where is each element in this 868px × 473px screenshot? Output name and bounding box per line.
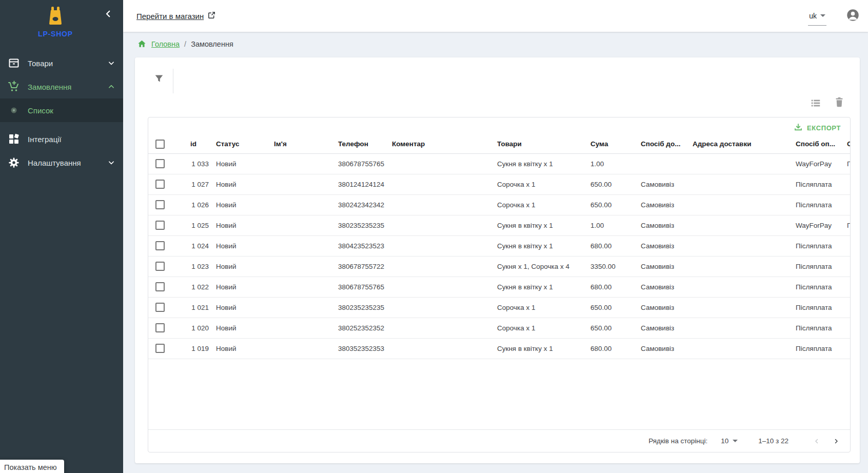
select-all-checkbox[interactable]: [155, 140, 165, 149]
cell-delivery: Самовивіз: [634, 256, 685, 277]
account-button[interactable]: [846, 8, 860, 24]
filter-button[interactable]: [153, 73, 165, 86]
row-checkbox[interactable]: [155, 262, 165, 271]
cell-status: Новий: [209, 235, 267, 256]
filter-funnel-icon: [153, 73, 165, 86]
home-icon: [137, 39, 147, 49]
chevron-down-icon: [108, 159, 115, 166]
sidebar-item-label: Список: [28, 106, 115, 115]
cell-name: [267, 174, 331, 194]
cell-sum: 3350.00: [583, 256, 634, 277]
cell-address: [685, 277, 788, 297]
box-icon: [7, 57, 21, 69]
cell-id: 1 027: [183, 174, 209, 194]
sidebar-item-settings[interactable]: Налаштування: [0, 151, 123, 174]
cell-comment: [385, 194, 490, 215]
table-row: 1 021Новий380235235235Сорочка x 1650.00С…: [148, 297, 851, 318]
row-checkbox[interactable]: [155, 303, 165, 312]
cell-comment: [385, 318, 490, 338]
cell-phone: 380678755765: [331, 153, 385, 174]
cell-delivery: Самовивіз: [634, 174, 685, 194]
cell-comment: [385, 215, 490, 235]
row-checkbox[interactable]: [155, 200, 165, 209]
gear-icon: [7, 157, 21, 168]
sidebar-item-products[interactable]: Товари: [0, 51, 123, 75]
sidebar-item-integrations[interactable]: Інтеграції: [0, 127, 123, 151]
row-checkbox[interactable]: [155, 241, 165, 250]
go-to-store-link[interactable]: Перейти в магазин: [136, 11, 216, 22]
table-header-row: idСтатусІм'яТелефонКоментарТовариСумаСпо…: [148, 138, 851, 153]
row-checkbox[interactable]: [155, 344, 165, 353]
table-row: 1 026Новий380242342342Сорочка x 1650.00С…: [148, 194, 851, 215]
cell-delivery: Самовивіз: [634, 297, 685, 318]
cell-comment: [385, 297, 490, 318]
cell-delivery: Самовивіз: [634, 235, 685, 256]
breadcrumb-home-link[interactable]: Головна: [151, 40, 180, 48]
cell-id: 1 024: [183, 235, 209, 256]
table-row: 1 023Новий380678755722Сукня x 1, Сорочка…: [148, 256, 851, 277]
row-checkbox[interactable]: [155, 221, 165, 230]
view-list-button[interactable]: [810, 97, 821, 111]
cell-payment: Післяплата: [788, 338, 840, 359]
cell-payment: WayForPay: [788, 153, 840, 174]
logo[interactable]: LP-SHOP: [0, 6, 111, 38]
cell-name: [267, 235, 331, 256]
rows-per-page-value: 10: [721, 437, 728, 445]
cell-status: Новий: [209, 318, 267, 338]
cell-delivery: Самовивіз: [634, 194, 685, 215]
row-select-cell: [148, 153, 183, 174]
cell-phone: 380252352352: [331, 318, 385, 338]
row-select-cell: [148, 318, 183, 338]
row-checkbox[interactable]: [155, 180, 165, 189]
language-select[interactable]: uk: [808, 12, 826, 26]
cell-payment: Післяплата: [788, 318, 840, 338]
previous-page-button[interactable]: [810, 435, 823, 448]
row-checkbox[interactable]: [155, 323, 165, 332]
cell-sum: 650.00: [583, 174, 634, 194]
table-empty-space: [148, 359, 850, 430]
column-header-id: id: [183, 138, 209, 153]
cell-products: Сорочка x 1: [490, 174, 583, 194]
cell-payment_status: [840, 174, 851, 194]
cell-phone: 380678755765: [331, 277, 385, 297]
cell-products: Сукня x 1, Сорочка x 4: [490, 256, 583, 277]
go-to-store-label: Перейти в магазин: [136, 12, 204, 21]
table-row: 1 022Новий380678755765Сукня в квітку x 1…: [148, 277, 851, 297]
cell-id: 1 025: [183, 215, 209, 235]
row-checkbox[interactable]: [155, 159, 165, 168]
next-page-button[interactable]: [830, 435, 843, 448]
column-header-payment_status: Ст: [840, 138, 851, 153]
menu-tooltip: Показать меню: [0, 460, 64, 473]
sidebar: LP-SHOP Товари Замовлення: [0, 0, 123, 473]
export-bar: ЕКСПОРТ: [148, 117, 850, 138]
row-checkbox[interactable]: [155, 282, 165, 291]
export-button[interactable]: ЕКСПОРТ: [790, 121, 845, 135]
rows-per-page-select[interactable]: 10: [721, 437, 738, 445]
rows-per-page-label: Рядків на сторінці:: [648, 437, 707, 445]
row-select-cell: [148, 256, 183, 277]
orders-table: idСтатусІм'яТелефонКоментарТовариСумаСпо…: [148, 138, 851, 359]
row-select-cell: [148, 297, 183, 318]
cell-sum: 650.00: [583, 194, 634, 215]
sidebar-item-orders-list[interactable]: Список: [0, 98, 123, 122]
sidebar-item-orders[interactable]: Замовлення: [0, 75, 123, 98]
cell-delivery: Самовивіз: [634, 277, 685, 297]
row-select-cell: [148, 277, 183, 297]
cell-name: [267, 318, 331, 338]
table-body: 1 033Новий380678755765Сукня в квітку x 1…: [148, 153, 851, 359]
breadcrumb-current: Замовлення: [191, 40, 233, 48]
cell-id: 1 022: [183, 277, 209, 297]
cell-address: [685, 338, 788, 359]
cell-products: Сорочка x 1: [490, 194, 583, 215]
chevron-down-icon: [108, 60, 115, 67]
delete-button[interactable]: [834, 96, 845, 110]
column-header-payment: Спосіб оп...: [788, 138, 840, 153]
export-label: ЕКСПОРТ: [807, 124, 841, 132]
cell-address: [685, 297, 788, 318]
cell-payment: Післяплата: [788, 256, 840, 277]
cell-status: Новий: [209, 174, 267, 194]
cell-comment: [385, 338, 490, 359]
table-row: 1 025Новий380235235235Сукня в квітку x 1…: [148, 215, 851, 235]
cell-comment: [385, 153, 490, 174]
cell-address: [685, 235, 788, 256]
